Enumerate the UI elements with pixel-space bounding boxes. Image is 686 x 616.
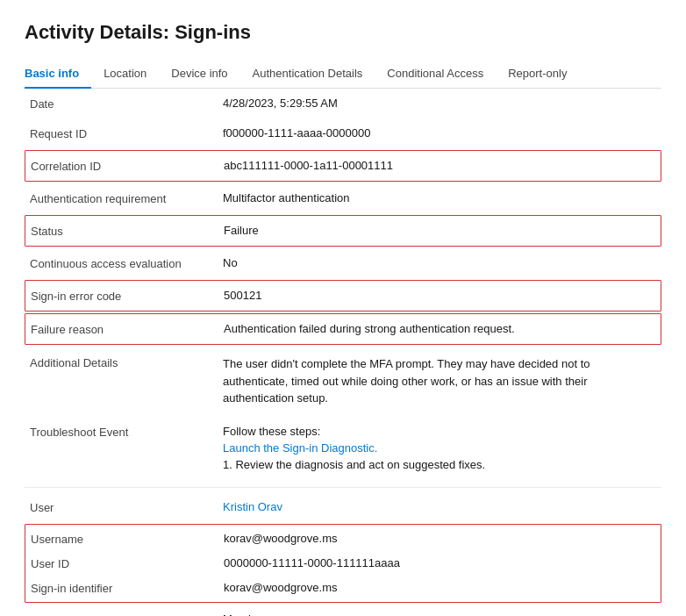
tab-location[interactable]: Location bbox=[91, 60, 159, 89]
date-label: Date bbox=[30, 97, 223, 111]
username-row: Username korav@woodgrove.ms bbox=[25, 525, 661, 551]
section-divider bbox=[25, 487, 661, 488]
tab-basic-info[interactable]: Basic info bbox=[25, 60, 91, 89]
continuous-row: Continuous access evaluation No bbox=[25, 248, 661, 278]
user-details-group: Username korav@woodgrove.ms User ID 0000… bbox=[25, 524, 661, 603]
date-row: Date 4/28/2023, 5:29:55 AM bbox=[25, 89, 661, 118]
user-id-value: 0000000-11111-0000-111111aaaa bbox=[224, 556, 655, 569]
user-row: User Kristin Orav bbox=[25, 491, 661, 522]
page-container: Activity Details: Sign-ins Basic info Lo… bbox=[0, 0, 686, 616]
status-value: Failure bbox=[224, 224, 655, 237]
additional-details-value: The user didn't complete the MFA prompt.… bbox=[223, 355, 656, 407]
correlation-id-row: Correlation ID abc111111-0000-1a11-00001… bbox=[25, 150, 661, 182]
tab-conditional-access[interactable]: Conditional Access bbox=[375, 60, 496, 89]
tab-report-only[interactable]: Report-only bbox=[496, 60, 579, 89]
user-value[interactable]: Kristin Orav bbox=[223, 500, 656, 513]
signin-error-row: Sign-in error code 500121 bbox=[25, 280, 661, 312]
date-value: 4/28/2023, 5:29:55 AM bbox=[223, 97, 656, 110]
signin-error-value: 500121 bbox=[224, 289, 655, 302]
user-type-row: User type Member bbox=[25, 605, 661, 617]
user-type-label: User type bbox=[30, 612, 223, 617]
failure-reason-label: Failure reason bbox=[31, 322, 224, 336]
auth-req-value: Multifactor authentication bbox=[223, 191, 656, 204]
correlation-id-label: Correlation ID bbox=[31, 159, 224, 173]
username-value: korav@woodgrove.ms bbox=[224, 532, 655, 545]
continuous-label: Continuous access evaluation bbox=[30, 256, 223, 270]
signin-id-value: korav@woodgrove.ms bbox=[224, 581, 655, 594]
continuous-value: No bbox=[223, 256, 656, 269]
failure-reason-value: Authentication failed during strong auth… bbox=[224, 322, 655, 335]
additional-details-label: Additional Details bbox=[30, 355, 223, 369]
auth-req-row: Authentication requirement Multifactor a… bbox=[25, 183, 661, 213]
user-label: User bbox=[30, 500, 223, 514]
signin-id-label: Sign-in identifier bbox=[31, 581, 224, 595]
tab-device-info[interactable]: Device info bbox=[159, 60, 239, 89]
signin-error-label: Sign-in error code bbox=[31, 289, 224, 303]
status-row: Status Failure bbox=[25, 215, 661, 247]
troubleshoot-steps-text: Follow these steps: bbox=[223, 425, 656, 438]
troubleshoot-row: Troubleshoot Event Follow these steps: L… bbox=[25, 416, 661, 483]
username-label: Username bbox=[31, 532, 224, 546]
user-type-value: Member bbox=[223, 612, 656, 617]
correlation-id-value: abc111111-0000-1a11-00001111 bbox=[224, 159, 655, 172]
tab-bar: Basic info Location Device info Authenti… bbox=[25, 60, 661, 89]
page-title: Activity Details: Sign-ins bbox=[25, 21, 661, 44]
request-id-value: f000000-1111-aaaa-0000000 bbox=[223, 126, 656, 140]
basic-info-content: Date 4/28/2023, 5:29:55 AM Request ID f0… bbox=[25, 89, 661, 616]
request-id-row: Request ID f000000-1111-aaaa-0000000 bbox=[25, 118, 661, 148]
request-id-label: Request ID bbox=[30, 126, 223, 140]
failure-reason-row: Failure reason Authentication failed dur… bbox=[25, 313, 661, 345]
signin-id-row: Sign-in identifier korav@woodgrove.ms bbox=[25, 576, 661, 602]
user-id-row: User ID 0000000-11111-0000-111111aaaa bbox=[25, 551, 661, 576]
user-id-label: User ID bbox=[31, 556, 224, 570]
status-label: Status bbox=[31, 224, 224, 238]
troubleshoot-label: Troubleshoot Event bbox=[30, 425, 223, 439]
tab-auth-details[interactable]: Authentication Details bbox=[240, 60, 375, 89]
troubleshoot-instruction: 1. Review the diagnosis and act on sugge… bbox=[223, 458, 656, 471]
troubleshoot-content: Follow these steps: Launch the Sign-in D… bbox=[223, 425, 656, 471]
additional-details-row: Additional Details The user didn't compl… bbox=[25, 347, 661, 416]
troubleshoot-link[interactable]: Launch the Sign-in Diagnostic. bbox=[223, 441, 656, 455]
auth-req-label: Authentication requirement bbox=[30, 191, 223, 205]
